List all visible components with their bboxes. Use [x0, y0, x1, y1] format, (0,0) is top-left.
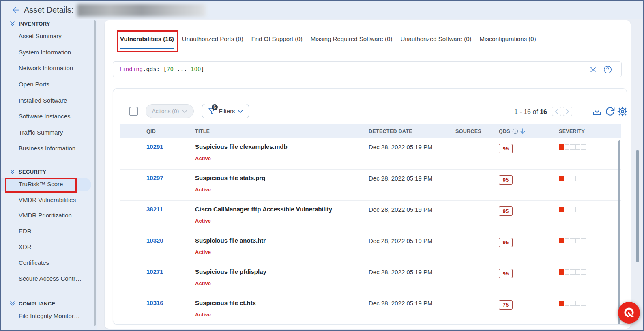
- tab-bar: Vulnerabilities (16)Unauthorized Ports (…: [120, 35, 536, 43]
- actions-button-label: Actions (0): [152, 108, 179, 114]
- detected-date: Dec 28, 2022 05:19 PM: [369, 175, 433, 182]
- page-scrollbar[interactable]: [636, 150, 639, 262]
- sidebar-item-open-ports[interactable]: Open Ports: [1, 76, 97, 92]
- tab-bar-divider: [118, 52, 622, 52]
- vulnerability-title: Suspicious file pfdisplay: [195, 268, 266, 275]
- tab-misconfigurations-0[interactable]: Misconfigurations (0): [479, 35, 536, 43]
- table-row: 10320 Suspicious file anot3.htr Active D…: [120, 232, 621, 263]
- sidebar-section-security[interactable]: SECURITY: [1, 167, 97, 176]
- severity-meter: [559, 301, 586, 306]
- sort-desc-icon[interactable]: [520, 128, 525, 134]
- column-header-sources[interactable]: SOURCES: [455, 124, 481, 138]
- vulnerability-title: Suspicious file cfexamples.mdb: [195, 143, 288, 150]
- tab-unauthorized-ports-0[interactable]: Unauthorized Ports (0): [182, 35, 243, 43]
- column-header-qid[interactable]: QID: [146, 124, 156, 138]
- qid-link[interactable]: 10271: [146, 268, 163, 275]
- vulnerabilities-table-panel: Actions (0) 6 Filters 1 - 16 of 16 QID T…: [113, 88, 627, 325]
- page-title: Asset Details:: [24, 5, 73, 15]
- actions-button[interactable]: Actions (0): [146, 104, 194, 118]
- table-row: 38211 Cisco CallManager tftp Accessible …: [120, 201, 621, 232]
- severity-square-empty: [570, 144, 575, 150]
- filters-button[interactable]: 6 Filters: [202, 104, 249, 118]
- sidebar-item-business-information[interactable]: Business Information: [1, 140, 97, 157]
- severity-square-filled: [559, 176, 564, 181]
- table-row: 10291 Suspicious file cfexamples.mdb Act…: [120, 138, 621, 170]
- column-header-severity[interactable]: SEVERITY: [559, 124, 585, 138]
- column-header-detected-date[interactable]: DETECTED DATE: [369, 124, 412, 138]
- qid-link[interactable]: 10320: [146, 237, 163, 244]
- annotation-box-vulnerabilities-tab: [117, 30, 178, 52]
- main-area: Vulnerabilities (16)Unauthorized Ports (…: [97, 19, 643, 330]
- qid-link[interactable]: 10297: [146, 174, 163, 181]
- qds-score-badge: 95: [499, 175, 513, 185]
- sidebar-scrollbar[interactable]: [94, 20, 96, 326]
- column-header-title[interactable]: TITLE: [195, 124, 210, 138]
- detected-date: Dec 28, 2022 05:19 PM: [369, 144, 433, 150]
- sidebar-item-asset-summary[interactable]: Asset Summary: [1, 28, 97, 44]
- tab-unauthorized-software-0[interactable]: Unauthorized Software (0): [400, 35, 471, 43]
- sidebar-item-edr[interactable]: EDR: [1, 223, 97, 239]
- sidebar-section-compliance[interactable]: COMPLIANCE: [1, 299, 97, 308]
- severity-meter: [559, 269, 586, 275]
- next-page-button[interactable]: [563, 107, 572, 116]
- severity-square-empty: [565, 238, 570, 243]
- severity-square-empty: [581, 144, 586, 150]
- sidebar-item-system-information[interactable]: System Information: [1, 44, 97, 60]
- double-chevron-down-icon: [10, 301, 15, 306]
- vulnerability-title: Suspicious file anot3.htr: [195, 237, 266, 244]
- info-icon[interactable]: [512, 128, 518, 134]
- sidebar-item-secure-access-contr[interactable]: Secure Access Contr…: [1, 271, 97, 286]
- chevron-left-icon: [555, 109, 558, 114]
- sidebar-item-software-instances[interactable]: Software Instances: [1, 108, 97, 125]
- filters-count-badge: 6: [212, 104, 218, 110]
- qds-score-badge: 95: [499, 269, 513, 278]
- severity-square-filled: [559, 301, 564, 306]
- settings-gear-icon[interactable]: [617, 106, 627, 117]
- query-filter-bar[interactable]: finding.qds: [70 ... 100]: [113, 61, 622, 77]
- table-scrollbar[interactable]: [618, 140, 620, 325]
- detected-date: Dec 28, 2022 05:19 PM: [369, 206, 433, 213]
- double-chevron-down-icon: [10, 169, 15, 174]
- severity-square-filled: [559, 207, 564, 212]
- sidebar-item-certificates[interactable]: Certificates: [1, 255, 97, 271]
- status-label: Active: [195, 249, 211, 255]
- query-text: finding.qds: [70 ... 100]: [119, 66, 204, 72]
- severity-meter: [559, 144, 586, 150]
- severity-square-empty: [570, 269, 575, 275]
- severity-meter: [559, 207, 586, 212]
- status-label: Active: [195, 280, 211, 286]
- severity-square-empty: [570, 176, 575, 181]
- sidebar-item-traffic-summary[interactable]: Traffic Summary: [1, 125, 97, 141]
- table-row: 10297 Suspicious file stats.prg Active D…: [120, 170, 621, 201]
- previous-page-button[interactable]: [552, 107, 561, 116]
- tab-end-of-support-0[interactable]: End Of Support (0): [251, 35, 303, 43]
- table-row: 10271 Suspicious file pfdisplay Active D…: [120, 263, 621, 294]
- sidebar-section-inventory[interactable]: INVENTORY: [1, 19, 97, 28]
- qid-link[interactable]: 10316: [146, 299, 163, 306]
- status-label: Active: [195, 312, 211, 318]
- severity-square-empty: [565, 144, 570, 150]
- qid-link[interactable]: 10291: [146, 143, 163, 150]
- qualys-assistant-button[interactable]: [618, 302, 640, 324]
- sidebar-item-installed-software[interactable]: Installed Software: [1, 92, 97, 108]
- download-icon[interactable]: [592, 106, 602, 117]
- vulnerability-title: Suspicious file ct.htx: [195, 299, 256, 306]
- query-help-icon[interactable]: [603, 65, 612, 74]
- chevron-down-icon: [182, 110, 187, 113]
- sidebar-item-vmdr-vulnerabilities[interactable]: VMDR Vulnerabilities: [1, 192, 97, 208]
- toolbar-divider: [584, 106, 584, 117]
- back-arrow-icon[interactable]: [12, 6, 20, 14]
- qid-link[interactable]: 38211: [146, 206, 163, 213]
- refresh-icon[interactable]: [605, 106, 615, 117]
- sidebar-item-file-integrity-monitor[interactable]: File Integrity Monitor…: [1, 308, 97, 324]
- severity-square-empty: [570, 301, 575, 306]
- filters-button-label: Filters: [219, 108, 235, 114]
- sidebar-item-network-information[interactable]: Network Information: [1, 60, 97, 76]
- tab-missing-required-software-0[interactable]: Missing Required Software (0): [311, 35, 393, 43]
- sidebar-item-vmdr-prioritization[interactable]: VMDR Prioritization: [1, 208, 97, 224]
- column-header-qds[interactable]: QDS: [499, 124, 525, 138]
- clear-query-icon[interactable]: [589, 66, 597, 73]
- select-all-checkbox[interactable]: [129, 107, 138, 116]
- sidebar-item-xdr[interactable]: XDR: [1, 239, 97, 255]
- pagination-label: 1 - 16 of 16: [490, 108, 547, 116]
